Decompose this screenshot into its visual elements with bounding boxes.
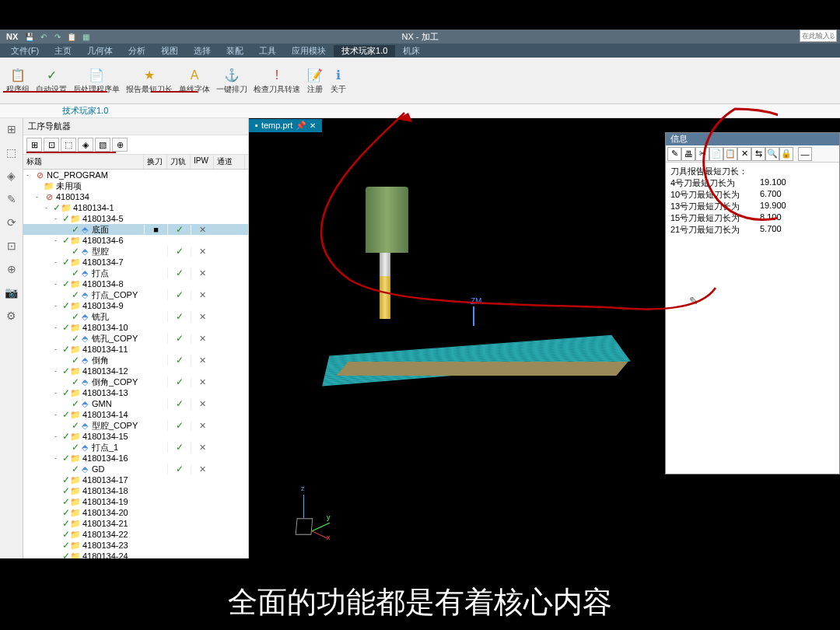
save-icon[interactable]: 💾 [24, 31, 35, 42]
menu-item[interactable]: 几何体 [79, 45, 121, 57]
tree-row[interactable]: ✓⬘型腔_COPY✓✕ [23, 420, 248, 431]
tree-row[interactable]: ✓⬘底面■✓✕ [23, 224, 248, 235]
tree-row[interactable]: ✓📁4180134-24 [23, 551, 248, 558]
tree-row[interactable]: -✓📁4180134-16 [23, 453, 248, 464]
col-header-ipw[interactable]: IPW [191, 155, 214, 169]
command-search-input[interactable] [800, 30, 837, 42]
tree-row[interactable]: ✓📁4180134-21 [23, 518, 248, 529]
col-header-toolpath[interactable]: 刀轨 [167, 155, 191, 169]
ribbon-label: 单线字体 [179, 84, 210, 95]
tree-row[interactable]: -✓📁4180134-15 [23, 431, 248, 442]
info-print-icon[interactable]: 🖶 [681, 147, 695, 161]
settings-icon[interactable]: ⚙ [4, 308, 19, 324]
info-paste-icon[interactable]: 📋 [723, 147, 737, 161]
tree-row[interactable]: ✓⬘铣孔✓✕ [23, 311, 248, 322]
tree-row[interactable]: ✓⬘打点✓✕ [23, 268, 248, 278]
tree-row[interactable]: ✓⬘GMN✓✕ [23, 398, 248, 409]
tree-row[interactable]: ✓⬘打点_COPY✓✕ [23, 289, 248, 300]
tree-row[interactable]: ✓⬘型腔✓✕ [23, 246, 248, 257]
3d-viewport[interactable]: ZM z y x 信息 ✎ 🖶 ✂ 📄 📋 [249, 132, 840, 558]
info-lock-icon[interactable]: 🔒 [779, 147, 793, 161]
col-header-toolchange[interactable]: 换刀 [144, 155, 167, 169]
menu-item[interactable]: 装配 [219, 45, 251, 57]
nav-tool-1-icon[interactable]: ⊞ [26, 138, 42, 152]
tree-row[interactable]: ✓⬘倒角✓✕ [23, 355, 248, 366]
navigator-icon[interactable]: ⊞ [4, 121, 19, 137]
tree-row[interactable]: -⊘NC_PROGRAM [23, 170, 248, 180]
tree-row[interactable]: ✓📁4180134-18 [23, 485, 248, 496]
menu-item[interactable]: 文件(F) [3, 45, 47, 57]
nav-tool-2-icon[interactable]: ⊡ [44, 138, 59, 152]
col-header-channel[interactable]: 通道 [214, 155, 245, 169]
constraint-icon[interactable]: ◈ [4, 168, 19, 184]
ribbon-button[interactable]: ⚓一键排刀 [213, 65, 250, 96]
tree-row[interactable]: -✓📁4180134-9 [23, 300, 248, 311]
paste-icon[interactable]: ▦ [80, 31, 91, 42]
tree-row[interactable]: ✓📁4180134-22 [23, 529, 248, 540]
tree-row[interactable]: ✓📁4180134-17 [23, 474, 248, 485]
tree-row[interactable]: -✓📁4180134-14 [23, 409, 248, 420]
info-body[interactable]: 刀具报告最短刀长： 4号刀最短刀长为19.10010号刀最短刀长为6.70013… [666, 163, 839, 474]
history-icon[interactable]: ⟳ [4, 215, 19, 230]
tree-row[interactable]: ✓⬘铣孔_COPY✓✕ [23, 333, 248, 344]
camera-icon[interactable]: 📷 [4, 285, 19, 300]
tab-pin-icon[interactable]: 📌 [296, 121, 306, 131]
menu-item[interactable]: 选择 [186, 45, 219, 57]
nav-tool-3-icon[interactable]: ⬚ [61, 138, 76, 152]
browser-icon[interactable]: ⊕ [4, 261, 19, 277]
info-row: 10号刀最短刀长为6.700 [670, 189, 835, 201]
tree-row[interactable]: ✓⬘GD✓✕ [23, 464, 248, 474]
sketch-icon[interactable]: ✎ [4, 191, 19, 207]
menu-item[interactable]: 主页 [47, 45, 79, 57]
tree-row[interactable]: -✓📁4180134-13 [23, 387, 248, 398]
col-header-name[interactable]: 标题 [23, 155, 144, 169]
menu-item[interactable]: 工具 [251, 45, 284, 57]
operation-tree[interactable]: -⊘NC_PROGRAM 📁未用项-⊘4180134-✓📁4180134-1-✓… [23, 170, 248, 558]
info-minimize-icon[interactable]: — [798, 147, 812, 161]
info-delete-icon[interactable]: ✕ [737, 147, 751, 161]
ribbon-label: 注册 [307, 84, 323, 95]
info-find-icon[interactable]: 🔍 [765, 147, 779, 161]
nav-tool-6-icon[interactable]: ⊕ [112, 138, 128, 152]
tree-row[interactable]: -✓📁4180134-1 [23, 202, 248, 213]
tab-close-icon[interactable]: ✕ [310, 121, 316, 130]
tree-row[interactable]: -✓📁4180134-11 [23, 344, 248, 355]
undo-icon[interactable]: ↶ [38, 31, 49, 42]
navigator-toolbar: ⊞ ⊡ ⬚ ◈ ▧ ⊕ [23, 135, 248, 155]
info-edit-icon[interactable]: ✎ [667, 147, 681, 161]
tree-row[interactable]: -✓📁4180134-5 [23, 213, 248, 224]
menu-item[interactable]: 技术玩家1.0 [334, 45, 395, 57]
viewport-tab-active[interactable]: ▪ temp.prt 📌 ✕ [249, 119, 322, 132]
tree-row[interactable]: ✓📁4180134-20 [23, 507, 248, 518]
tree-row[interactable]: -✓📁4180134-7 [23, 257, 248, 268]
tree-row[interactable]: ✓📁4180134-19 [23, 496, 248, 507]
ribbon-button[interactable]: !检查刀具转速 [250, 65, 303, 96]
copy-icon[interactable]: 📋 [66, 31, 77, 42]
tree-row[interactable]: ✓📁4180134-23 [23, 540, 248, 551]
tree-row[interactable]: ✓⬘倒角_COPY✓✕ [23, 376, 248, 387]
nav-tool-5-icon[interactable]: ▧ [95, 138, 110, 152]
menu-item[interactable]: 分析 [121, 45, 153, 57]
ribbon-icon: 📝 [306, 67, 324, 84]
tree-row[interactable]: 📁未用项 [23, 180, 248, 191]
view-triad[interactable]: z y x [288, 488, 334, 535]
tree-row[interactable]: ✓⬘打点_1✓✕ [23, 442, 248, 453]
info-wrap-icon[interactable]: ⇆ [751, 147, 765, 161]
info-cut-icon[interactable]: ✂ [695, 147, 709, 161]
menu-item[interactable]: 应用模块 [284, 45, 334, 57]
tree-row[interactable]: -⊘4180134 [23, 191, 248, 202]
assembly-icon[interactable]: ⬚ [4, 145, 19, 160]
ribbon-sub-tab[interactable]: 技术玩家1.0 [0, 105, 170, 117]
ribbon-button[interactable]: 📝注册 [303, 65, 327, 96]
redo-icon[interactable]: ↷ [52, 31, 63, 42]
roles-icon[interactable]: ⊡ [4, 238, 19, 254]
ribbon-button[interactable]: ℹ关于 [327, 65, 350, 96]
menu-item[interactable]: 视图 [153, 45, 186, 57]
tree-row[interactable]: -✓📁4180134-8 [23, 278, 248, 289]
menu-item[interactable]: 机床 [395, 45, 428, 57]
tree-row[interactable]: -✓📁4180134-12 [23, 366, 248, 376]
info-copy-icon[interactable]: 📄 [709, 147, 723, 161]
tree-row[interactable]: -✓📁4180134-6 [23, 235, 248, 246]
tree-row[interactable]: -✓📁4180134-10 [23, 322, 248, 333]
nav-tool-4-icon[interactable]: ◈ [78, 138, 93, 152]
